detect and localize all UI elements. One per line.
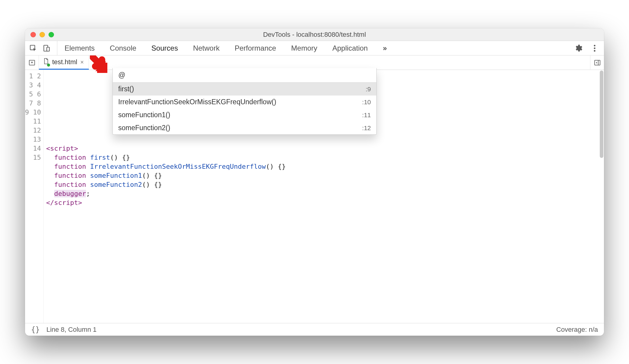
tab-elements[interactable]: Elements: [63, 41, 96, 55]
code-token: IrrelevantFunctionSeekOrMissEKGFreqUnder…: [90, 163, 266, 170]
navigator-toggle-icon[interactable]: [25, 55, 39, 70]
devtools-window: DevTools - localhost:8080/test.html Elem…: [25, 28, 604, 336]
settings-icon[interactable]: [573, 43, 583, 53]
code-token: function: [54, 181, 86, 188]
result-label: someFunction1(): [118, 111, 170, 119]
svg-rect-7: [595, 60, 600, 65]
code-token: script: [54, 199, 78, 206]
quick-open-query[interactable]: @: [113, 68, 376, 83]
result-line: :12: [362, 124, 371, 132]
result-line: :9: [365, 86, 371, 93]
line-gutter: 1 2 3 4 5 6 7 8 9 10 11 12 13 14 15: [25, 70, 44, 323]
device-toolbar-icon[interactable]: [41, 43, 52, 53]
svg-point-3: [594, 45, 595, 46]
code-token: script: [50, 145, 74, 152]
code-token: </: [46, 199, 54, 206]
tab-application[interactable]: Application: [331, 41, 369, 55]
minimize-window-button[interactable]: [40, 32, 45, 37]
traffic-lights: [25, 32, 54, 37]
code-token: () {}: [142, 181, 162, 188]
tab-sources[interactable]: Sources: [150, 41, 179, 55]
code-token: first: [90, 154, 110, 161]
file-tabs-row: test.html ×: [25, 55, 604, 70]
more-menu-icon[interactable]: [589, 43, 600, 53]
inspect-element-icon[interactable]: [28, 43, 38, 53]
quick-open-result[interactable]: first() :9: [113, 83, 376, 96]
result-line: :10: [362, 99, 371, 106]
code-token: debugger: [54, 190, 86, 197]
result-label: IrrelevantFunctionSeekOrMissEKGFreqUnder…: [118, 98, 276, 106]
tab-console[interactable]: Console: [109, 41, 137, 55]
file-tab-label: test.html: [52, 58, 77, 66]
tab-overflow[interactable]: »: [382, 41, 388, 55]
code-token: >: [78, 199, 82, 206]
result-label: someFunction2(): [118, 124, 170, 132]
titlebar: DevTools - localhost:8080/test.html: [25, 28, 604, 41]
quick-open-result[interactable]: IrrelevantFunctionSeekOrMissEKGFreqUnder…: [113, 96, 376, 108]
file-tab-test-html[interactable]: test.html ×: [39, 55, 89, 70]
code-token: someFunction2: [90, 181, 142, 188]
quick-open-result[interactable]: someFunction1() :11: [113, 108, 376, 121]
code-token: function: [54, 172, 86, 179]
code-token: function: [54, 154, 86, 161]
code-token: ;: [86, 190, 90, 197]
tab-network[interactable]: Network: [192, 41, 221, 55]
tabbar: Elements Console Sources Network Perform…: [25, 41, 604, 55]
result-line: :11: [362, 111, 371, 119]
code-token: someFunction1: [90, 172, 142, 179]
file-tab-close-icon[interactable]: ×: [80, 59, 84, 66]
tab-memory[interactable]: Memory: [290, 41, 319, 55]
cursor-position: Line 8, Column 1: [46, 326, 96, 334]
tab-performance[interactable]: Performance: [233, 41, 277, 55]
close-window-button[interactable]: [30, 32, 36, 37]
svg-rect-2: [47, 47, 49, 51]
zoom-window-button[interactable]: [49, 32, 54, 37]
quick-open-popup: @ first() :9 IrrelevantFunctionSeekOrMis…: [112, 68, 377, 135]
file-modified-dot-icon: [47, 64, 50, 67]
debugger-pane-toggle-icon[interactable]: [590, 55, 604, 70]
code-token: function: [54, 163, 86, 170]
svg-point-5: [594, 50, 595, 52]
code-token: () {}: [142, 172, 162, 179]
quick-open-result[interactable]: someFunction2() :12: [113, 121, 376, 134]
scrollbar-thumb[interactable]: [600, 71, 603, 158]
svg-point-4: [594, 47, 595, 49]
coverage-label[interactable]: Coverage: n/a: [556, 326, 598, 334]
pretty-print-icon[interactable]: {}: [31, 325, 40, 334]
code-token: () {}: [110, 154, 130, 161]
window-title: DevTools - localhost:8080/test.html: [25, 31, 604, 39]
result-label: first(): [118, 85, 134, 93]
panel-tabs: Elements Console Sources Network Perform…: [60, 41, 388, 55]
statusbar: {} Line 8, Column 1 Coverage: n/a: [25, 323, 604, 336]
code-token: () {}: [266, 163, 286, 170]
